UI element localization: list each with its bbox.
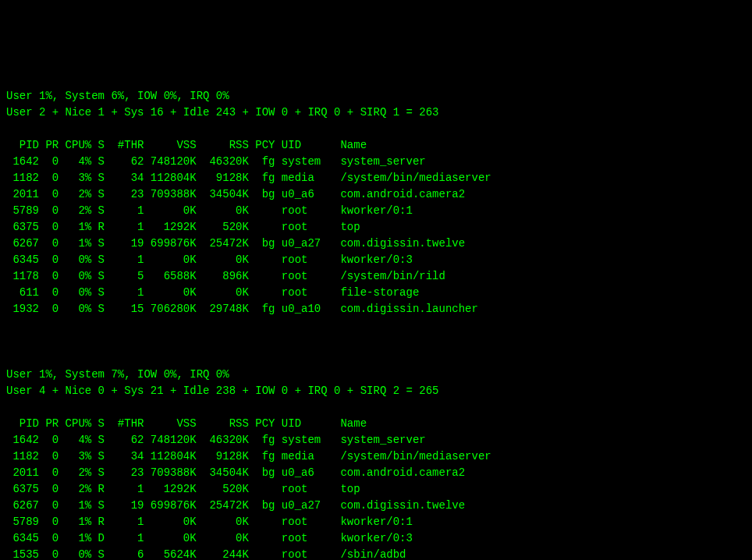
blank-line (6, 350, 746, 367)
cpu-summary-counts: User 2 + Nice 1 + Sys 16 + Idle 243 + IO… (6, 105, 746, 121)
cpu-summary-percent: User 1%, System 6%, IOW 0%, IRQ 0% (6, 88, 746, 105)
process-row: 2011 0 2% S 23 709388K 34504K bg u0_a6 c… (6, 186, 746, 203)
blank-line (6, 334, 746, 350)
process-header: PID PR CPU% S #THR VSS RSS PCY UID Name (6, 137, 746, 154)
process-row: 6267 0 1% S 19 699876K 25472K bg u0_a27 … (6, 498, 746, 514)
process-row: 1932 0 0% S 15 706280K 29748K fg u0_a10 … (6, 301, 746, 317)
process-row: 5789 0 1% R 1 0K 0K root kworker/0:1 (6, 514, 746, 530)
process-header: PID PR CPU% S #THR VSS RSS PCY UID Name (6, 416, 746, 432)
process-row: 1642 0 4% S 62 748120K 46320K fg system … (6, 154, 746, 170)
process-row: 1535 0 0% S 6 5624K 244K root /sbin/adbd (6, 547, 746, 560)
blank-line (6, 317, 746, 334)
process-row: 1182 0 3% S 34 112804K 9128K fg media /s… (6, 170, 746, 186)
cpu-summary-counts: User 4 + Nice 0 + Sys 21 + Idle 238 + IO… (6, 383, 746, 399)
terminal-output: User 1%, System 6%, IOW 0%, IRQ 0%User 2… (6, 72, 746, 560)
process-row: 6267 0 1% S 19 699876K 25472K bg u0_a27 … (6, 236, 746, 252)
cpu-summary-percent: User 1%, System 7%, IOW 0%, IRQ 0% (6, 367, 746, 383)
process-row: 6345 0 1% D 1 0K 0K root kworker/0:3 (6, 530, 746, 547)
process-row: 1178 0 0% S 5 6588K 896K root /system/bi… (6, 268, 746, 285)
process-row: 1182 0 3% S 34 112804K 9128K fg media /s… (6, 448, 746, 465)
process-row: 6375 0 2% R 1 1292K 520K root top (6, 481, 746, 498)
process-row: 6345 0 0% S 1 0K 0K root kworker/0:3 (6, 252, 746, 268)
process-row: 6375 0 1% R 1 1292K 520K root top (6, 219, 746, 236)
blank-line (6, 121, 746, 137)
process-row: 5789 0 2% S 1 0K 0K root kworker/0:1 (6, 203, 746, 219)
process-row: 2011 0 2% S 23 709388K 34504K bg u0_a6 c… (6, 465, 746, 481)
process-row: 1642 0 4% S 62 748120K 46320K fg system … (6, 432, 746, 448)
blank-line (6, 399, 746, 416)
process-row: 611 0 0% S 1 0K 0K root file-storage (6, 285, 746, 301)
blank-line (6, 72, 746, 88)
